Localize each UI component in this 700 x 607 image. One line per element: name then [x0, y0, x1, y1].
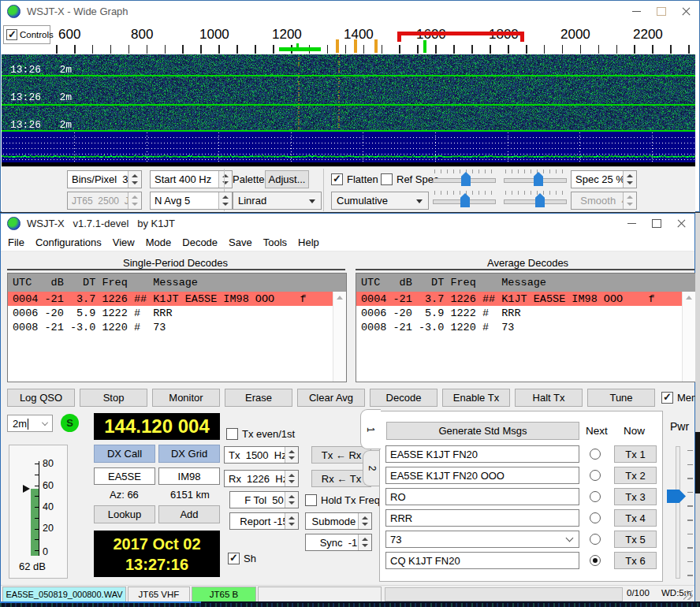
generate-std-msgs-button[interactable]: Generate Std Msgs — [386, 422, 579, 440]
add-button[interactable]: Add — [158, 505, 220, 523]
erase-button[interactable]: Erase — [225, 389, 292, 407]
dx-call-button[interactable]: DX Call — [94, 445, 155, 463]
menu-tools[interactable]: Tools — [258, 236, 292, 248]
flatten-checkbox[interactable] — [331, 173, 343, 185]
tx4-message-input[interactable]: RRR — [385, 509, 579, 527]
tx2-next-radio[interactable] — [590, 470, 601, 481]
frequency-ruler[interactable]: Controls 600 800 1000 1200 1400 1600 180… — [2, 22, 695, 54]
dx-call-input[interactable]: EA5SE — [94, 467, 155, 485]
tx3-next-radio[interactable] — [590, 491, 601, 502]
gain-slider-2[interactable] — [504, 169, 567, 188]
tx1-next-radio[interactable] — [590, 449, 601, 460]
tx6-next-radio[interactable] — [590, 555, 601, 566]
zero-slider-1[interactable] — [433, 191, 496, 210]
menu-decode[interactable]: Decode — [177, 236, 223, 248]
spectrum-display[interactable] — [2, 132, 695, 162]
stop-button[interactable]: Stop — [80, 389, 147, 407]
sync-spin-arrows[interactable] — [358, 534, 371, 550]
tx4-next-radio[interactable] — [590, 512, 601, 523]
close-button[interactable] — [669, 214, 694, 233]
menus-checkbox[interactable] — [661, 392, 673, 404]
decode-rows[interactable]: 0004 -21 3.7 1226 ## K1JT EA5SE IM98 OOO… — [356, 292, 683, 382]
hold-tx-freq-checkbox[interactable] — [305, 494, 317, 506]
tx3-now-button[interactable]: Tx 3 — [614, 488, 657, 505]
report-spin-arrows[interactable] — [285, 513, 298, 529]
n-avg-spinbox[interactable]: N Avg 5 — [150, 192, 233, 210]
ref-spec-checkbox[interactable] — [381, 173, 393, 185]
tx6-now-button[interactable]: Tx 6 — [614, 552, 657, 569]
ftol-spinbox[interactable]: F Tol 50 — [229, 491, 299, 508]
start-freq-spin-arrows[interactable] — [218, 171, 232, 188]
tx-even-checkbox[interactable] — [226, 428, 238, 440]
decode-button[interactable]: Decode — [370, 389, 438, 407]
lookup-button[interactable]: Lookup — [94, 505, 155, 523]
palette-select[interactable]: Linrad — [233, 192, 322, 210]
gain-slider-1[interactable] — [433, 169, 496, 188]
menu-view[interactable]: View — [107, 236, 140, 248]
monitor-button[interactable]: Monitor — [152, 389, 220, 407]
submode-spin-arrows[interactable] — [358, 513, 371, 529]
tx-freq-spinbox[interactable]: Tx 1500 Hz — [224, 446, 299, 464]
menu-configurations[interactable]: Configurations — [30, 236, 107, 248]
tx4-now-button[interactable]: Tx 4 — [614, 509, 657, 527]
halt-tx-button[interactable]: Halt Tx — [515, 389, 583, 407]
average-decodes-panel[interactable]: UTC dB DT Freq Message 0004 -21 3.7 1226… — [356, 273, 696, 382]
close-button[interactable] — [674, 1, 699, 22]
pwr-slider-track[interactable] — [676, 446, 680, 579]
tx1-now-button[interactable]: Tx 1 — [614, 445, 657, 463]
minimize-button[interactable] — [624, 1, 649, 22]
clear-avg-button[interactable]: Clear Avg — [297, 389, 365, 407]
dx-grid-button[interactable]: DX Grid — [158, 445, 220, 463]
scrollbar[interactable] — [333, 292, 346, 382]
decode-row[interactable]: 0006 -20 5.9 1222 # RRR — [8, 306, 333, 320]
report-spinbox[interactable]: Report -15 — [229, 512, 299, 530]
palette-adjust-button[interactable]: Adjust... — [265, 170, 309, 188]
zero-slider-2[interactable] — [504, 191, 567, 210]
single-period-decodes-panel[interactable]: UTC dB DT Freq Message 0004 -21 3.7 1226… — [7, 273, 347, 382]
decode-row[interactable]: 0008 -21 -3.0 1220 # 73 — [356, 320, 683, 334]
menu-help[interactable]: Help — [292, 236, 325, 248]
n-avg-spin-arrows[interactable] — [218, 192, 232, 209]
menu-save[interactable]: Save — [223, 236, 258, 248]
decode-row[interactable]: 0004 -21 3.7 1226 ## K1JT EA5SE IM98 OOO… — [8, 292, 333, 306]
tx6-message-input[interactable]: CQ K1JT FN20 — [385, 552, 579, 569]
maximize-button[interactable] — [649, 1, 674, 22]
resize-grip[interactable] — [683, 590, 693, 600]
waterfall-display[interactable] — [2, 54, 695, 132]
decode-row[interactable]: 0004 -21 3.7 1226 ## K1JT EA5SE IM98 OOO… — [356, 292, 683, 306]
display-mode-select[interactable]: Cumulative — [331, 192, 429, 210]
menu-file[interactable]: File — [2, 236, 30, 248]
tx1-message-input[interactable]: EA5SE K1JT FN20 — [385, 445, 579, 463]
decode-rows[interactable]: 0004 -21 3.7 1226 ## K1JT EA5SE IM98 OOO… — [8, 292, 333, 382]
log-qso-button[interactable]: Log QSO — [7, 389, 75, 407]
controls-checkbox[interactable] — [6, 29, 17, 40]
tx2-now-button[interactable]: Tx 2 — [614, 467, 657, 484]
start-freq-spinbox[interactable]: Start 400 Hz — [150, 170, 233, 188]
dx-grid-input[interactable]: IM98 — [158, 467, 220, 485]
rx-freq-spinbox[interactable]: Rx 1226 Hz — [224, 470, 299, 487]
band-select[interactable]: 2m — [7, 415, 53, 432]
submode-spinbox[interactable]: Submode B — [305, 512, 372, 530]
decode-row[interactable]: 0006 -20 5.9 1222 # RRR — [356, 306, 683, 320]
enable-tx-button[interactable]: Enable Tx — [442, 389, 510, 407]
s-meter-button[interactable]: S — [61, 414, 79, 432]
decode-row[interactable]: 0008 -21 -3.0 1220 # 73 — [8, 320, 333, 334]
ftol-spin-arrows[interactable] — [285, 492, 298, 508]
menu-mode[interactable]: Mode — [140, 236, 177, 248]
tx5-now-button[interactable]: Tx 5 — [614, 531, 657, 548]
sh-checkbox[interactable] — [228, 553, 240, 564]
tx-freq-spin-arrows[interactable] — [285, 447, 298, 463]
maximize-button[interactable] — [644, 214, 669, 233]
minimize-button[interactable] — [619, 214, 644, 233]
sync-spinbox[interactable]: Sync -1 — [305, 534, 372, 551]
tx3-message-input[interactable]: RO — [385, 488, 579, 505]
tune-button[interactable]: Tune — [587, 389, 655, 407]
rx-freq-spin-arrows[interactable] — [285, 471, 298, 486]
spec-spin-arrows[interactable] — [623, 171, 636, 188]
spec-percent-spinbox[interactable]: Spec 25 % — [571, 170, 637, 188]
bins-pixel-spinbox[interactable]: Bins/Pixel 3 — [67, 170, 142, 188]
tx2-message-input[interactable]: EA5SE K1JT FN20 OOO — [385, 467, 579, 484]
bins-pixel-spin-arrows[interactable] — [128, 171, 141, 188]
pwr-slider-handle[interactable] — [667, 490, 686, 503]
scrollbar[interactable] — [682, 292, 695, 382]
